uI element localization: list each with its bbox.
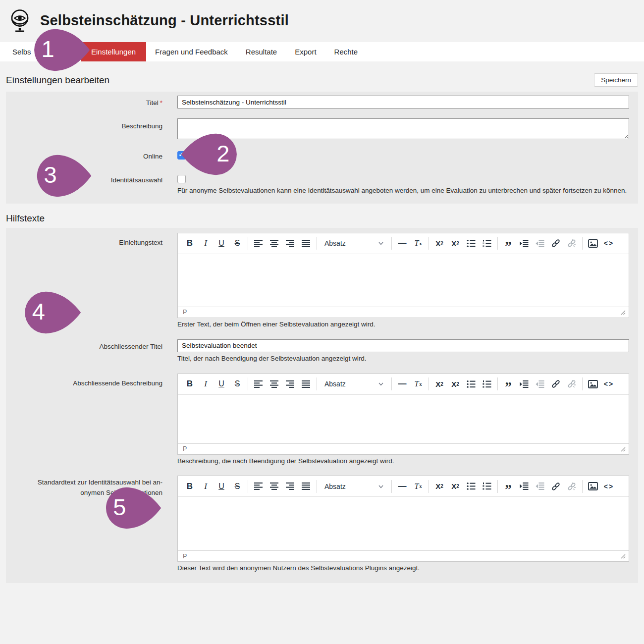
italic-button[interactable]: I [198,236,214,251]
source-code-button[interactable]: <> [601,236,617,251]
closing-title-label: Abschliessender Titel [6,339,177,352]
italic-button[interactable]: I [198,479,214,494]
indent-button[interactable] [516,376,532,391]
bold-button[interactable]: B [182,376,198,391]
insert-image-button[interactable] [585,376,601,391]
toolbar-separator [317,377,317,390]
align-left-icon [254,380,263,388]
bullet-list-button[interactable] [463,479,479,494]
clear-formatting-button[interactable]: Tx [410,479,426,494]
unlink-icon [567,239,576,248]
horizontal-rule-button[interactable]: — [394,236,410,251]
rte-resize-handle[interactable] [620,310,626,315]
outdent-button[interactable] [532,479,548,494]
bullet-list-button[interactable] [463,376,479,391]
underline-button[interactable]: U [214,236,229,251]
bold-button[interactable]: B [182,236,198,251]
annotation-number: 2 [216,140,229,167]
rte-edit-area[interactable] [178,497,629,550]
align-left-icon [254,240,263,247]
identity-row: Identitätsauswahl ✓ Für anonyme Selbstev… [6,173,629,196]
superscript-button[interactable]: X2 [447,479,463,494]
subscript-button[interactable]: X2 [431,479,447,494]
indent-button[interactable] [516,236,532,251]
horizontal-rule-button[interactable]: — [394,376,410,391]
rte-edit-area[interactable] [178,395,629,443]
strikethrough-button[interactable]: S [229,236,245,251]
format-group: B I U S [182,376,245,391]
blockquote-button[interactable]: ” [500,476,516,497]
closing-description-help: Beschreibung, die nach Beendigung der Se… [177,457,629,466]
align-justify-icon [302,380,311,388]
remove-link-button[interactable] [564,376,580,391]
underline-button[interactable]: U [214,376,229,391]
clear-formatting-button[interactable]: Tx [410,376,426,391]
remove-link-button[interactable] [564,479,580,494]
insert-image-button[interactable] [585,236,601,251]
title-input[interactable] [177,96,629,108]
numbered-list-button[interactable] [479,479,495,494]
align-right-button[interactable] [282,236,298,251]
align-center-button[interactable] [267,376,282,391]
horizontal-rule-button[interactable]: — [394,479,410,494]
strikethrough-button[interactable]: S [229,479,245,494]
align-center-icon [270,483,279,490]
indent-icon [520,483,529,490]
identity-default-text-editor-slot: B I U S Ab [177,476,629,562]
paragraph-format-select[interactable]: Absatz [321,479,388,494]
closing-title-input[interactable] [177,339,629,352]
align-justify-button[interactable] [298,236,314,251]
tab-fragen-und-feedback[interactable]: Fragen und Feedback [146,42,237,61]
align-justify-button[interactable] [298,376,314,391]
align-center-button[interactable] [267,236,282,251]
indent-button[interactable] [516,479,532,494]
blockquote-button[interactable]: ” [500,233,516,254]
align-left-button[interactable] [251,479,267,494]
script-list-group: X2 X2 [431,236,495,251]
tab-rechte[interactable]: Rechte [325,42,367,61]
insert-link-button[interactable] [548,479,564,494]
paragraph-format-select[interactable]: Absatz [321,376,388,391]
rte-edit-area[interactable] [178,254,629,307]
misc-group: — Tx [394,376,426,391]
tab-resultate[interactable]: Resultate [237,42,286,61]
insert-link-button[interactable] [548,236,564,251]
align-center-button[interactable] [267,479,282,494]
rte-resize-handle[interactable] [620,446,626,452]
source-code-button[interactable]: <> [601,479,617,494]
insert-link-button[interactable] [548,376,564,391]
align-left-button[interactable] [251,376,267,391]
numbered-list-button[interactable] [479,376,495,391]
source-code-button[interactable]: <> [601,376,617,391]
toolbar-separator [317,237,317,250]
bold-button[interactable]: B [182,479,198,494]
rte-resize-handle[interactable] [620,553,626,559]
bullet-list-button[interactable] [463,236,479,251]
insert-image-button[interactable] [585,479,601,494]
align-justify-icon [302,483,311,490]
numbered-list-button[interactable] [479,236,495,251]
italic-button[interactable]: I [198,376,214,391]
bullet-list-icon [467,380,476,388]
identity-help-text: Für anonyme Selbstevaluationen kann eine… [177,186,629,196]
subscript-button[interactable]: X2 [431,236,447,251]
underline-button[interactable]: U [214,479,229,494]
align-left-button[interactable] [251,236,267,251]
strikethrough-button[interactable]: S [229,376,245,391]
save-button[interactable]: Speichern [594,73,638,87]
align-right-button[interactable] [282,376,298,391]
subscript-button[interactable]: X2 [431,376,447,391]
toolbar-separator [497,480,498,493]
superscript-button[interactable]: X2 [447,376,463,391]
align-right-button[interactable] [282,479,298,494]
blockquote-button[interactable]: ” [500,374,516,394]
remove-link-button[interactable] [564,236,580,251]
tab-export[interactable]: Export [286,42,325,61]
align-justify-button[interactable] [298,479,314,494]
superscript-button[interactable]: X2 [447,236,463,251]
paragraph-format-select[interactable]: Absatz [321,236,388,251]
clear-formatting-button[interactable]: Tx [410,236,426,251]
outdent-button[interactable] [532,236,548,251]
chevron-down-icon [378,240,384,246]
outdent-button[interactable] [532,376,548,391]
